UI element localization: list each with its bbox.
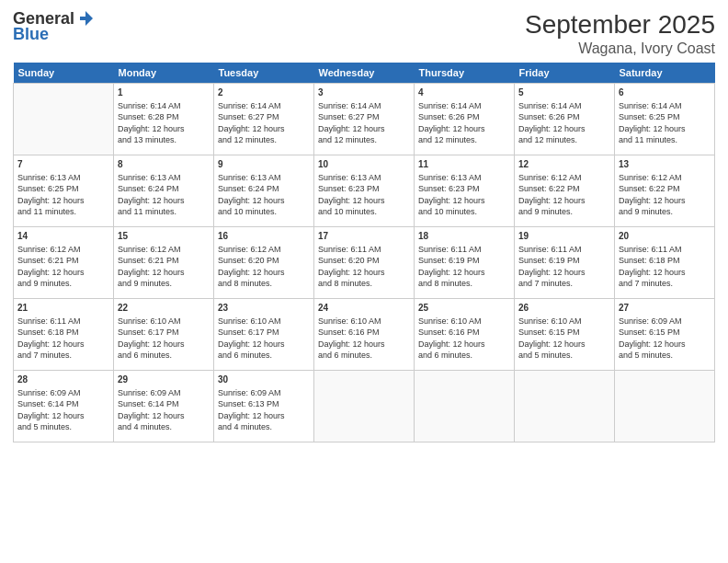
logo: General Blue xyxy=(13,9,95,44)
day-info: Sunrise: 6:09 AM xyxy=(218,387,310,399)
day-info: Daylight: 12 hours xyxy=(619,123,711,135)
header-sunday: Sunday xyxy=(14,63,114,84)
day-number: 2 xyxy=(218,86,310,99)
day-info: Sunset: 6:26 PM xyxy=(518,111,610,123)
logo-blue: Blue xyxy=(13,25,49,44)
day-info: Sunrise: 6:09 AM xyxy=(619,316,711,327)
day-number: 5 xyxy=(518,86,610,99)
day-number: 23 xyxy=(218,302,310,315)
calendar-cell: 24Sunrise: 6:10 AMSunset: 6:16 PMDayligh… xyxy=(314,298,415,370)
day-info: Daylight: 12 hours xyxy=(318,339,410,350)
day-number: 20 xyxy=(619,230,711,243)
calendar-cell: 14Sunrise: 6:12 AMSunset: 6:21 PMDayligh… xyxy=(14,226,114,298)
header-thursday: Thursday xyxy=(415,63,515,84)
day-info: Sunset: 6:13 PM xyxy=(218,398,310,410)
day-info: Daylight: 12 hours xyxy=(518,339,610,350)
day-info: Sunset: 6:19 PM xyxy=(518,255,610,267)
day-info: Daylight: 12 hours xyxy=(418,267,510,279)
day-info: and 10 minutes. xyxy=(218,206,310,218)
day-info: Sunset: 6:21 PM xyxy=(17,255,109,267)
day-info: and 11 minutes. xyxy=(118,206,210,218)
day-info: Sunset: 6:20 PM xyxy=(318,255,410,267)
day-info: Daylight: 12 hours xyxy=(619,267,711,279)
day-info: Daylight: 12 hours xyxy=(118,339,210,350)
day-info: and 10 minutes. xyxy=(318,206,410,218)
day-info: Sunrise: 6:13 AM xyxy=(118,172,210,184)
header-wednesday: Wednesday xyxy=(314,63,415,84)
calendar-cell: 7Sunrise: 6:13 AMSunset: 6:25 PMDaylight… xyxy=(14,155,114,226)
day-info: and 9 minutes. xyxy=(619,206,711,218)
calendar-cell: 13Sunrise: 6:12 AMSunset: 6:22 PMDayligh… xyxy=(615,155,715,226)
day-info: Sunrise: 6:10 AM xyxy=(118,316,210,327)
day-info: Sunset: 6:16 PM xyxy=(318,327,410,339)
day-info: Sunset: 6:23 PM xyxy=(418,183,510,195)
page-title: September 2025 xyxy=(525,9,715,40)
day-info: Sunset: 6:21 PM xyxy=(118,255,210,267)
day-info: and 12 minutes. xyxy=(318,134,410,146)
page-subtitle: Wagana, Ivory Coast xyxy=(525,40,715,57)
day-info: Daylight: 12 hours xyxy=(17,195,109,207)
day-info: Daylight: 12 hours xyxy=(318,195,410,207)
day-number: 24 xyxy=(318,302,410,315)
title-block: September 2025 Wagana, Ivory Coast xyxy=(525,9,715,57)
day-number: 10 xyxy=(318,158,410,171)
calendar-cell: 30Sunrise: 6:09 AMSunset: 6:13 PMDayligh… xyxy=(214,370,314,442)
day-info: Sunrise: 6:11 AM xyxy=(619,244,711,256)
day-info: Daylight: 12 hours xyxy=(418,339,510,350)
day-info: Sunset: 6:22 PM xyxy=(518,183,610,195)
day-number: 15 xyxy=(118,230,210,243)
day-info: and 6 minutes. xyxy=(118,350,210,362)
day-info: Sunrise: 6:14 AM xyxy=(318,100,410,112)
day-info: Sunrise: 6:11 AM xyxy=(418,244,510,256)
day-info: and 10 minutes. xyxy=(418,206,510,218)
calendar-cell: 15Sunrise: 6:12 AMSunset: 6:21 PMDayligh… xyxy=(114,226,214,298)
calendar-cell: 29Sunrise: 6:09 AMSunset: 6:14 PMDayligh… xyxy=(114,370,214,442)
day-number: 11 xyxy=(418,158,510,171)
day-info: Sunset: 6:14 PM xyxy=(17,398,109,410)
day-info: Daylight: 12 hours xyxy=(17,339,109,350)
calendar-week-1: 7Sunrise: 6:13 AMSunset: 6:25 PMDaylight… xyxy=(14,155,715,226)
day-info: Sunrise: 6:10 AM xyxy=(418,316,510,327)
day-info: Sunrise: 6:12 AM xyxy=(518,172,610,184)
day-info: Sunset: 6:27 PM xyxy=(218,111,310,123)
header: General Blue September 2025 Wagana, Ivor… xyxy=(13,9,715,57)
day-info: Sunset: 6:23 PM xyxy=(318,183,410,195)
calendar-table: Sunday Monday Tuesday Wednesday Thursday… xyxy=(13,63,715,442)
day-info: Sunset: 6:19 PM xyxy=(418,255,510,267)
calendar-week-3: 21Sunrise: 6:11 AMSunset: 6:18 PMDayligh… xyxy=(14,298,715,370)
calendar-cell: 4Sunrise: 6:14 AMSunset: 6:26 PMDaylight… xyxy=(415,83,515,155)
day-info: Daylight: 12 hours xyxy=(318,267,410,279)
day-number: 8 xyxy=(118,158,210,171)
day-info: and 7 minutes. xyxy=(619,278,711,290)
calendar-cell: 27Sunrise: 6:09 AMSunset: 6:15 PMDayligh… xyxy=(615,298,715,370)
day-info: and 5 minutes. xyxy=(619,350,711,362)
day-info: Daylight: 12 hours xyxy=(218,123,310,135)
day-info: Sunrise: 6:14 AM xyxy=(518,100,610,112)
day-info: and 12 minutes. xyxy=(218,134,310,146)
calendar-cell xyxy=(314,370,415,442)
day-info: and 6 minutes. xyxy=(418,350,510,362)
day-number: 26 xyxy=(518,302,610,315)
calendar-cell: 23Sunrise: 6:10 AMSunset: 6:17 PMDayligh… xyxy=(214,298,314,370)
day-info: Sunset: 6:20 PM xyxy=(218,255,310,267)
day-number: 22 xyxy=(118,302,210,315)
day-info: Sunrise: 6:14 AM xyxy=(118,100,210,112)
day-info: Sunset: 6:18 PM xyxy=(17,327,109,339)
day-number: 18 xyxy=(418,230,510,243)
day-number: 19 xyxy=(518,230,610,243)
day-info: Sunrise: 6:14 AM xyxy=(418,100,510,112)
calendar-cell: 22Sunrise: 6:10 AMSunset: 6:17 PMDayligh… xyxy=(114,298,214,370)
day-info: and 9 minutes. xyxy=(17,278,109,290)
day-info: Sunset: 6:25 PM xyxy=(17,183,109,195)
day-info: Daylight: 12 hours xyxy=(418,123,510,135)
day-info: and 5 minutes. xyxy=(518,350,610,362)
day-info: and 5 minutes. xyxy=(17,421,109,433)
day-info: and 9 minutes. xyxy=(118,278,210,290)
day-number: 17 xyxy=(318,230,410,243)
day-info: Sunrise: 6:12 AM xyxy=(619,172,711,184)
day-info: Sunrise: 6:10 AM xyxy=(318,316,410,327)
day-info: Sunrise: 6:13 AM xyxy=(218,172,310,184)
calendar-cell: 11Sunrise: 6:13 AMSunset: 6:23 PMDayligh… xyxy=(415,155,515,226)
svg-marker-0 xyxy=(80,11,93,26)
day-number: 9 xyxy=(218,158,310,171)
